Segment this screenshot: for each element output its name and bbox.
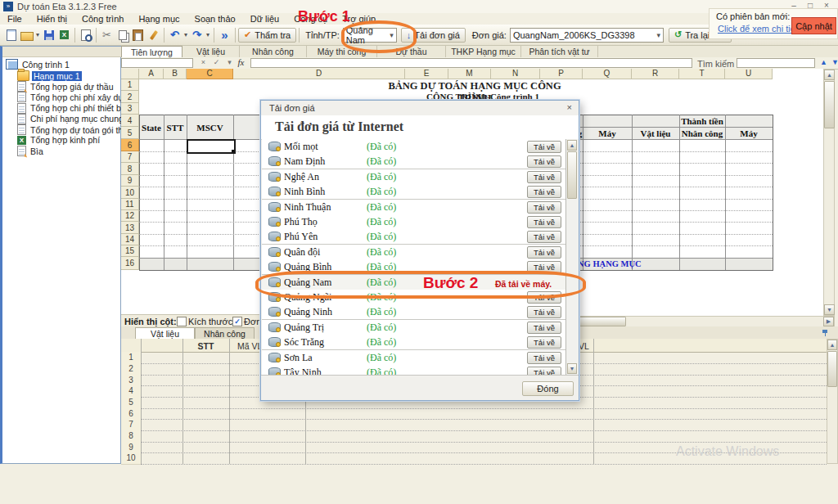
sidebar-item-7[interactable]: Tổng hợp kinh phí xyxy=(17,135,101,145)
list-item-Quảng Trị[interactable]: Quảng Trị(Đã có)Tải về xyxy=(262,320,565,335)
enter-icon[interactable]: ✓ xyxy=(211,57,222,67)
close-dialog-button[interactable]: Đóng xyxy=(522,381,574,396)
ffwd-icon[interactable]: » xyxy=(217,27,232,43)
scroll-up-icon[interactable]: ▲ xyxy=(567,140,577,151)
tab-Nhân công[interactable]: Nhân công xyxy=(240,46,307,57)
list-item-Phú Yên[interactable]: Phú Yên(Đã có)Tải về xyxy=(262,229,565,245)
bottom-row-header-3[interactable]: 3 xyxy=(121,375,141,386)
open-icon[interactable] xyxy=(19,27,34,43)
row-header-1[interactable]: 1 xyxy=(121,79,139,91)
bottom-row-header-10[interactable]: 10 xyxy=(121,452,141,465)
list-item-Phú Thọ[interactable]: Phú Thọ(Đã có)Tải về xyxy=(262,214,565,230)
row-header-8[interactable]: 8 xyxy=(121,163,139,175)
prev-icon[interactable] xyxy=(78,27,93,43)
menu-item-File[interactable]: File xyxy=(0,13,29,25)
name-box[interactable] xyxy=(121,58,193,68)
list-item-Ninh Bình[interactable]: Ninh Bình(Đã có)Tải về xyxy=(262,184,565,200)
menu-item-Hiển thị[interactable]: Hiển thị xyxy=(29,13,74,25)
bottom-row-header-4[interactable]: 4 xyxy=(121,385,141,398)
download-button[interactable]: Tải về xyxy=(527,231,561,243)
download-button[interactable]: Tải về xyxy=(527,336,561,349)
sidebar-item-1[interactable]: Hạng mục 1 xyxy=(17,70,82,81)
column-header-U[interactable]: U xyxy=(725,69,773,79)
sidebar-item-3[interactable]: Tổng hợp chi phí xây dựng xyxy=(17,92,135,102)
column-header-B[interactable]: B xyxy=(164,69,187,79)
column-header-N[interactable]: N xyxy=(491,69,540,79)
scroll-up-icon[interactable]: ▲ xyxy=(824,70,835,80)
cut-icon[interactable]: ✂ xyxy=(99,27,115,43)
update-details-link[interactable]: Click để xem chi tiết xyxy=(718,24,798,34)
column-header-M[interactable]: M xyxy=(448,69,491,79)
download-button[interactable]: Tải về xyxy=(527,322,561,334)
tab-THKP Hạng mục[interactable]: THKP Hạng mục xyxy=(446,46,521,57)
dialog-close-icon[interactable]: × xyxy=(567,102,572,112)
sidebar-item-8[interactable]: Bìa xyxy=(17,146,45,156)
list-item-Tây Ninh[interactable]: Tây Ninh(Đã có)Tải về xyxy=(262,365,565,375)
dialog-scrollbar[interactable]: ▲ ▼ xyxy=(565,139,579,375)
row-header-9[interactable]: 9 xyxy=(121,175,139,187)
bottom-row-header-2[interactable]: 2 xyxy=(121,363,141,376)
list-item-Sơn La[interactable]: Sơn La(Đã có)Tải về xyxy=(262,350,565,366)
don-gia-select[interactable]: QuangNam_2006KS_DG3398 ▾ xyxy=(510,28,664,43)
tab-Tiên lượng[interactable]: Tiên lượng xyxy=(121,46,182,57)
row-header-13[interactable]: 13 xyxy=(121,222,139,234)
selected-cell-C6[interactable] xyxy=(187,139,236,154)
row-header-10[interactable]: 10 xyxy=(121,187,139,199)
download-button[interactable]: Tải về xyxy=(527,352,561,364)
download-button[interactable]: Tải về xyxy=(527,171,561,183)
sidebar-item-4[interactable]: Tổng hợp chi phí thiết bị xyxy=(17,103,124,114)
search-prev-icon[interactable]: ▲ xyxy=(818,57,829,67)
search-next-icon[interactable]: ▼ xyxy=(830,57,838,67)
column-header-E[interactable]: E xyxy=(405,69,448,79)
row-header-14[interactable]: 14 xyxy=(121,234,139,245)
fill-handle[interactable] xyxy=(232,150,234,152)
sidebar-item-6[interactable]: Tổng hợp dự toán gói thầu xyxy=(17,124,134,135)
row-header-7[interactable]: 7 xyxy=(121,151,139,163)
download-button[interactable]: Tải về xyxy=(527,186,561,198)
column-header-C[interactable]: C xyxy=(187,69,233,79)
row-header-2[interactable]: 2 xyxy=(121,91,139,103)
paste-icon[interactable] xyxy=(130,27,146,43)
download-button[interactable]: Tải về xyxy=(527,306,561,318)
formula-input[interactable] xyxy=(250,58,692,68)
bottom-tab-Vật liệu[interactable]: Vật liệu xyxy=(135,327,195,339)
row-header-12[interactable]: 12 xyxy=(121,210,139,222)
row-header-5[interactable]: 5 xyxy=(121,127,139,139)
scroll-thumb[interactable] xyxy=(827,351,837,387)
list-item-Quảng Ninh[interactable]: Quảng Ninh(Đã có)Tải về xyxy=(262,304,565,320)
download-button[interactable]: Tải về xyxy=(527,246,561,259)
scroll-thumb[interactable] xyxy=(824,81,835,128)
scroll-thumb[interactable] xyxy=(567,151,577,199)
sidebar-item-2[interactable]: Tổng hợp giá dự thầu xyxy=(17,81,115,92)
row-header-4[interactable]: 4 xyxy=(121,115,139,127)
bottom-row-header-8[interactable]: 8 xyxy=(121,430,141,443)
chevron-icon[interactable]: ▾ xyxy=(224,57,235,67)
list-item-Mối mọt[interactable]: Mối mọt(Đã có)Tải về xyxy=(262,139,565,155)
download-button[interactable]: Tải về xyxy=(527,216,561,228)
row-header-6[interactable]: 6 xyxy=(121,139,139,151)
kich-thuoc-checkbox[interactable] xyxy=(177,317,187,326)
save-icon[interactable] xyxy=(41,27,56,43)
row-header-16[interactable]: 16 xyxy=(121,257,139,270)
row-header-11[interactable]: 11 xyxy=(121,199,139,210)
dialog-title-bar[interactable]: Tải đơn giá × xyxy=(261,101,579,116)
scroll-up-icon[interactable]: ▲ xyxy=(827,340,837,350)
bottom-vscrollbar[interactable]: ▲ xyxy=(827,339,838,464)
xls-icon[interactable] xyxy=(56,27,72,43)
download-button[interactable]: Tải về xyxy=(527,141,561,153)
redo-icon[interactable]: ↷ xyxy=(189,27,205,43)
bottom-row-header-9[interactable]: 9 xyxy=(121,442,141,453)
column-header-A[interactable]: A xyxy=(139,69,164,79)
bottom-row-header-5[interactable]: 5 xyxy=(121,397,141,409)
don-gia-checkbox[interactable]: ✓ xyxy=(232,317,242,326)
sheet-hscrollbar[interactable]: ◀ ▶ xyxy=(540,316,835,327)
caret-icon[interactable]: ▾ xyxy=(182,27,189,43)
sheet-vscrollbar[interactable]: ▲ ▼ xyxy=(823,69,835,316)
sidebar-item-5[interactable]: Chi phí hạng mục chung xyxy=(17,114,125,124)
download-button[interactable]: Tải về xyxy=(527,201,561,214)
list-item-Nam Định[interactable]: Nam Định(Đã có)Tải về xyxy=(262,154,565,169)
download-button[interactable]: Tải về xyxy=(527,155,561,168)
cancel-icon[interactable]: × xyxy=(198,57,209,67)
list-item-Quân đội[interactable]: Quân đội(Đã có)Tải về xyxy=(262,245,565,260)
copy-icon[interactable] xyxy=(115,27,130,43)
